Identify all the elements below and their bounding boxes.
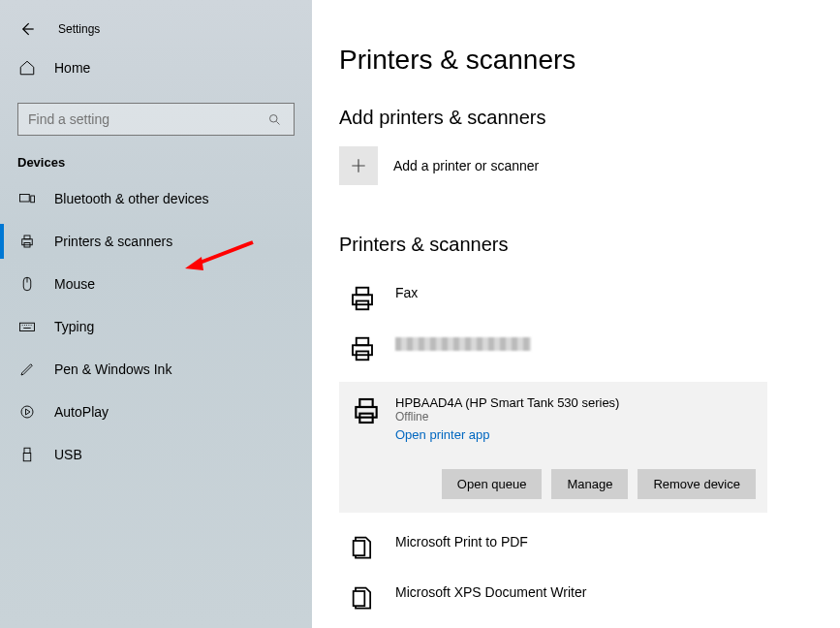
- search-input[interactable]: [28, 111, 261, 127]
- devices-icon: [17, 189, 37, 208]
- svg-point-0: [269, 114, 277, 122]
- printer-icon: [345, 331, 380, 366]
- sidebar-item-pen[interactable]: Pen & Windows Ink: [0, 348, 312, 391]
- section-list-title: Printers & scanners: [339, 234, 840, 256]
- svg-rect-3: [22, 239, 33, 245]
- header: Settings: [0, 12, 312, 47]
- svg-rect-1: [20, 195, 30, 203]
- svg-rect-15: [357, 338, 369, 346]
- sidebar-item-usb[interactable]: USB: [0, 433, 312, 476]
- sidebar-item-label: Bluetooth & other devices: [54, 191, 209, 206]
- add-printer-label: Add a printer or scanner: [393, 158, 539, 173]
- section-add-title: Add printers & scanners: [339, 107, 840, 129]
- printer-name: Microsoft Print to PDF: [395, 530, 528, 550]
- plus-icon: [349, 156, 368, 175]
- svg-rect-10: [23, 454, 31, 461]
- sidebar-item-label: Mouse: [54, 276, 95, 292]
- sidebar-item-label: Pen & Windows Ink: [54, 361, 171, 377]
- printer-name: Microsoft XPS Document Writer: [395, 581, 586, 600]
- printer-item-selected[interactable]: HPBAAD4A (HP Smart Tank 530 series) Offl…: [339, 382, 767, 513]
- sidebar-item-typing[interactable]: Typing: [0, 305, 312, 348]
- printer-icon: [345, 281, 380, 316]
- sidebar-item-label: Printers & scanners: [54, 234, 172, 249]
- sidebar-item-label: AutoPlay: [54, 404, 109, 420]
- sidebar-item-mouse[interactable]: Mouse: [0, 263, 312, 305]
- add-tile: [339, 146, 378, 185]
- sidebar: Settings Home Devices Bluetooth & other …: [0, 0, 312, 628]
- printer-icon: [351, 395, 382, 442]
- sidebar-home[interactable]: Home: [0, 47, 312, 89]
- document-icon: [345, 581, 380, 615]
- mouse-icon: [17, 274, 37, 294]
- printer-name: Fax: [395, 281, 418, 300]
- svg-rect-21: [354, 591, 365, 606]
- search-box[interactable]: [17, 103, 295, 136]
- autoplay-icon: [17, 402, 37, 422]
- main-content: Printers & scanners Add printers & scann…: [312, 0, 840, 628]
- open-queue-button[interactable]: Open queue: [442, 469, 543, 499]
- add-printer-row[interactable]: Add a printer or scanner: [339, 146, 840, 185]
- arrow-left-icon: [17, 19, 37, 39]
- pen-icon: [17, 360, 37, 379]
- printer-item-redacted[interactable]: [339, 324, 840, 374]
- printer-name-redacted: [395, 331, 531, 351]
- usb-icon: [17, 445, 37, 464]
- svg-rect-18: [359, 399, 372, 407]
- printer-item-msxps[interactable]: Microsoft XPS Document Writer: [339, 573, 840, 623]
- sidebar-section-title: Devices: [0, 141, 312, 177]
- printer-item-mspdf[interactable]: Microsoft Print to PDF: [339, 522, 840, 573]
- keyboard-icon: [17, 317, 37, 336]
- sidebar-item-printers[interactable]: Printers & scanners: [0, 220, 312, 263]
- open-printer-app-link[interactable]: Open printer app: [395, 427, 619, 442]
- svg-rect-4: [24, 236, 30, 239]
- svg-rect-12: [357, 288, 369, 296]
- sidebar-item-bluetooth[interactable]: Bluetooth & other devices: [0, 177, 312, 220]
- remove-device-button[interactable]: Remove device: [638, 469, 756, 499]
- printer-item-fax[interactable]: Fax: [339, 273, 840, 324]
- sidebar-home-label: Home: [54, 60, 90, 76]
- svg-rect-7: [20, 323, 35, 330]
- sidebar-item-autoplay[interactable]: AutoPlay: [0, 391, 312, 433]
- manage-button[interactable]: Manage: [551, 469, 628, 499]
- sidebar-item-label: Typing: [54, 319, 94, 334]
- svg-point-8: [21, 406, 33, 418]
- search-icon: [264, 110, 284, 129]
- printer-icon: [17, 232, 37, 251]
- svg-rect-9: [24, 448, 30, 453]
- home-icon: [17, 58, 37, 78]
- printer-status: Offline: [395, 410, 619, 424]
- svg-rect-2: [31, 196, 35, 203]
- page-title: Printers & scanners: [339, 45, 840, 76]
- app-title: Settings: [58, 22, 100, 36]
- svg-rect-20: [354, 541, 365, 555]
- sidebar-item-label: USB: [54, 447, 82, 462]
- printer-name: HPBAAD4A (HP Smart Tank 530 series): [395, 395, 619, 410]
- back-button[interactable]: [16, 17, 39, 41]
- document-icon: [345, 530, 380, 565]
